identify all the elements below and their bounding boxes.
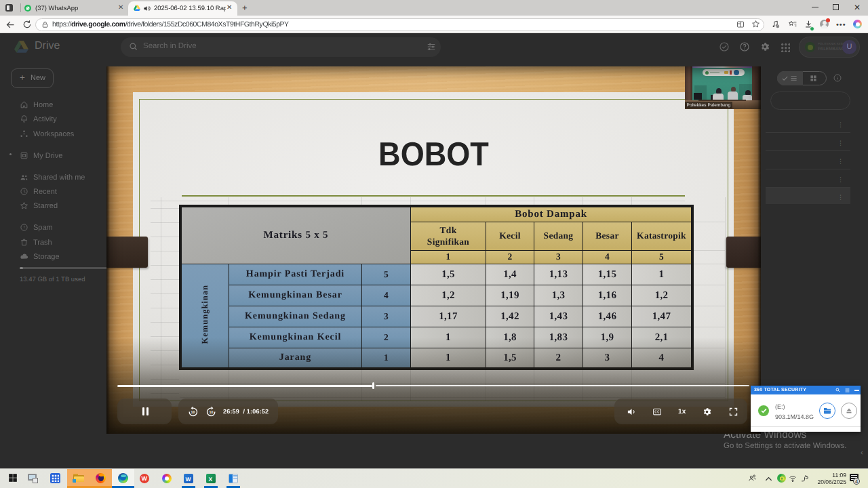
svg-text:10: 10 [209, 410, 213, 414]
svg-text:10: 10 [191, 410, 195, 414]
